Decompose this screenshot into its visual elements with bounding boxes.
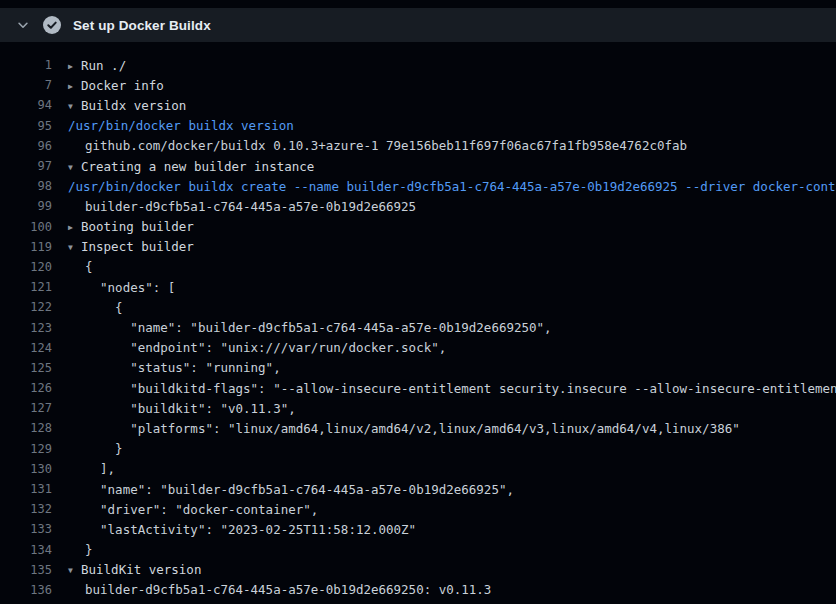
line-number[interactable]: 128 — [0, 421, 52, 435]
log-text: { — [85, 300, 123, 315]
log-text: } — [85, 441, 123, 456]
log-text: Creating a new builder instance — [81, 159, 314, 174]
line-number[interactable]: 122 — [0, 300, 52, 314]
log-text: "buildkit": "v0.11.3", — [85, 401, 296, 416]
log-line: 128 "platforms": "linux/amd64,linux/amd6… — [0, 418, 836, 438]
log-group-header[interactable]: 7▶Docker info — [0, 75, 836, 95]
log-text: "name": "builder-d9cfb5a1-c764-445a-a57e… — [85, 482, 514, 497]
log-text: "buildkitd-flags": "--allow-insecure-ent… — [85, 381, 836, 396]
line-number[interactable]: 121 — [0, 280, 52, 294]
line-number[interactable]: 97 — [0, 159, 52, 173]
log-text: "nodes": [ — [85, 280, 175, 295]
chevron-down-icon[interactable] — [16, 18, 30, 32]
log-text: ], — [85, 461, 115, 476]
log-text: Run ./ — [81, 58, 126, 73]
log-text: "endpoint": "unix:///var/run/docker.sock… — [85, 340, 446, 355]
log-line: 129 } — [0, 439, 836, 459]
line-number[interactable]: 120 — [0, 260, 52, 274]
log-text: "platforms": "linux/amd64,linux/amd64/v2… — [85, 421, 740, 436]
log-text: "status": "running", — [85, 360, 281, 375]
log-line: 96github.com/docker/buildx 0.10.3+azure-… — [0, 136, 836, 156]
log-line: 131 "name": "builder-d9cfb5a1-c764-445a-… — [0, 479, 836, 499]
line-number[interactable]: 125 — [0, 361, 52, 375]
log-line: 121 "nodes": [ — [0, 277, 836, 297]
disclosure-triangle-collapsed-icon: ▶ — [68, 82, 81, 91]
disclosure-triangle-expanded-icon: ▼ — [68, 163, 81, 172]
line-number[interactable]: 95 — [0, 119, 52, 133]
log-line: 127 "buildkit": "v0.11.3", — [0, 398, 836, 418]
step-title: Set up Docker Buildx — [73, 18, 211, 33]
log-text: builder-d9cfb5a1-c764-445a-a57e-0b19d2e6… — [85, 582, 491, 597]
log-line: 95/usr/bin/docker buildx version — [0, 116, 836, 136]
disclosure-triangle-collapsed-icon: ▶ — [68, 62, 81, 71]
line-number[interactable]: 1 — [0, 58, 52, 72]
log-line: 130 ], — [0, 459, 836, 479]
log-text: "lastActivity": "2023-02-25T11:58:12.000… — [85, 522, 416, 537]
log-group-header[interactable]: 97▼Creating a new builder instance — [0, 156, 836, 176]
line-number[interactable]: 119 — [0, 240, 52, 254]
disclosure-triangle-expanded-icon: ▼ — [68, 102, 81, 111]
log-line: 99builder-d9cfb5a1-c764-445a-a57e-0b19d2… — [0, 196, 836, 216]
log-group-header[interactable]: 94▼Buildx version — [0, 95, 836, 115]
line-number[interactable]: 131 — [0, 482, 52, 496]
line-number[interactable]: 96 — [0, 139, 52, 153]
step-header[interactable]: Set up Docker Buildx — [0, 8, 836, 42]
log-text: Docker info — [81, 78, 164, 93]
line-number[interactable]: 126 — [0, 381, 52, 395]
log-text: { — [85, 259, 93, 274]
log-group-header[interactable]: 1▶Run ./ — [0, 55, 836, 75]
line-number[interactable]: 133 — [0, 522, 52, 536]
disclosure-triangle-expanded-icon: ▼ — [68, 243, 81, 252]
line-number[interactable]: 136 — [0, 583, 52, 597]
line-number[interactable]: 100 — [0, 220, 52, 234]
line-number[interactable]: 132 — [0, 502, 52, 516]
log-text: Inspect builder — [81, 239, 194, 254]
log-text: } — [85, 542, 93, 557]
log-group-header[interactable]: 119▼Inspect builder — [0, 237, 836, 257]
log-line: 120{ — [0, 257, 836, 277]
log-text: Booting builder — [81, 219, 194, 234]
log-line: 126 "buildkitd-flags": "--allow-insecure… — [0, 378, 836, 398]
log-line: 98/usr/bin/docker buildx create --name b… — [0, 176, 836, 196]
log-line: 123 "name": "builder-d9cfb5a1-c764-445a-… — [0, 317, 836, 337]
line-number[interactable]: 94 — [0, 98, 52, 112]
log-line: 124 "endpoint": "unix:///var/run/docker.… — [0, 338, 836, 358]
line-number[interactable]: 123 — [0, 321, 52, 335]
log-text: "driver": "docker-container", — [85, 502, 318, 517]
log-command-text: /usr/bin/docker buildx version — [68, 118, 294, 133]
disclosure-triangle-expanded-icon: ▼ — [68, 566, 81, 575]
log-text: builder-d9cfb5a1-c764-445a-a57e-0b19d2e6… — [85, 199, 416, 214]
log-text: BuildKit version — [81, 562, 201, 577]
line-number[interactable]: 127 — [0, 401, 52, 415]
log-command-text: /usr/bin/docker buildx create --name bui… — [68, 179, 836, 194]
log-line: 134} — [0, 540, 836, 560]
line-number[interactable]: 134 — [0, 543, 52, 557]
line-number[interactable]: 135 — [0, 563, 52, 577]
log-line: 122 { — [0, 297, 836, 317]
log-text: "name": "builder-d9cfb5a1-c764-445a-a57e… — [85, 320, 552, 335]
log-group-header[interactable]: 135▼BuildKit version — [0, 560, 836, 580]
line-number[interactable]: 130 — [0, 462, 52, 476]
log-text: Buildx version — [81, 98, 186, 113]
line-number[interactable]: 98 — [0, 179, 52, 193]
log-line: 132 "driver": "docker-container", — [0, 499, 836, 519]
check-circle-icon — [43, 16, 61, 34]
line-number[interactable]: 124 — [0, 341, 52, 355]
workflow-log-panel: Set up Docker Buildx 1▶Run ./7▶Docker in… — [0, 8, 836, 604]
line-number[interactable]: 7 — [0, 78, 52, 92]
line-number[interactable]: 99 — [0, 199, 52, 213]
log-line: 125 "status": "running", — [0, 358, 836, 378]
line-number[interactable]: 129 — [0, 442, 52, 456]
log-text: github.com/docker/buildx 0.10.3+azure-1 … — [85, 138, 687, 153]
log-line: 133 "lastActivity": "2023-02-25T11:58:12… — [0, 519, 836, 539]
log-group-header[interactable]: 100▶Booting builder — [0, 217, 836, 237]
log-lines-container: 1▶Run ./7▶Docker info94▼Buildx version95… — [0, 42, 836, 600]
disclosure-triangle-collapsed-icon: ▶ — [68, 223, 81, 232]
log-line: 136builder-d9cfb5a1-c764-445a-a57e-0b19d… — [0, 580, 836, 600]
